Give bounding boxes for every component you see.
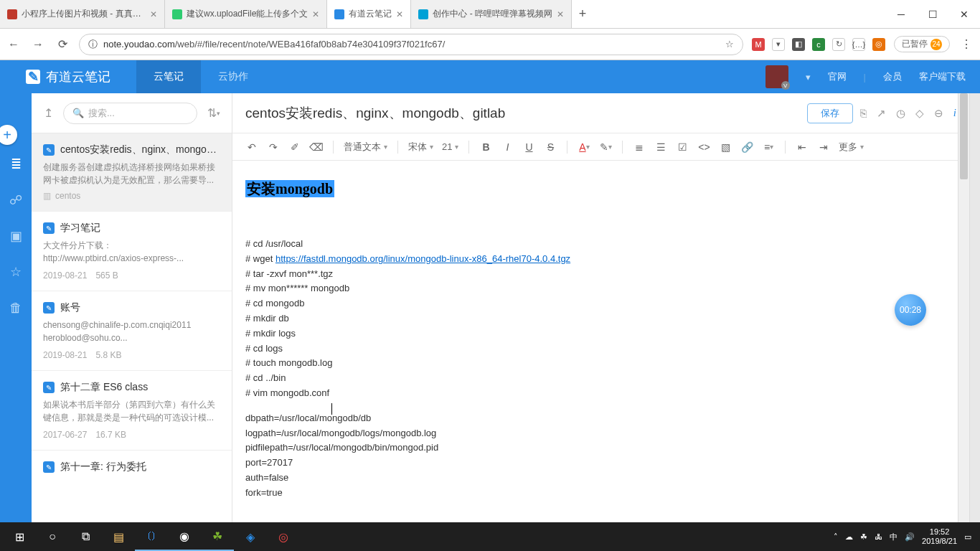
save-button[interactable]: 保存 [807, 103, 853, 123]
browser-tab-0[interactable]: 小程序上传图片和视频 - 真真的技 ✕ [0, 0, 165, 28]
font-family-select[interactable]: 宋体▾ [405, 141, 436, 154]
app-logo[interactable]: ✎ 有道云笔记 [0, 68, 136, 85]
tag-icon[interactable]: ◇ [915, 107, 924, 120]
outdent-button[interactable]: ⇤ [793, 138, 811, 156]
address-bar[interactable]: ⓘ note.youdao.com/web/#/file/recent/note… [79, 34, 743, 55]
tray-chevron-icon[interactable]: ˄ [834, 532, 838, 542]
reload-button[interactable]: ⟳ [55, 37, 70, 52]
link-button[interactable]: 🔗 [738, 138, 756, 156]
ext-icon[interactable]: ↻ [832, 38, 845, 51]
info-icon[interactable]: i [953, 107, 956, 120]
new-tab-button[interactable]: + [572, 0, 593, 28]
chrome-icon[interactable]: ◉ [168, 522, 201, 551]
cortana-icon[interactable]: ○ [36, 522, 69, 551]
close-button[interactable]: ✕ [948, 4, 980, 25]
browser-tab-2[interactable]: 有道云笔记 ✕ [327, 0, 411, 28]
note-item[interactable]: ✎ centos安装redis、nginx、mongodb... 创建服务器创建… [32, 133, 232, 212]
tab-cloud-collab[interactable]: 云协作 [201, 60, 265, 93]
editor-scrollbar[interactable] [958, 93, 969, 522]
close-icon[interactable]: ✕ [396, 9, 403, 19]
ext-icon[interactable]: M [752, 38, 765, 51]
browser-tab-1[interactable]: 建议wx.uploadFile能上传多个文 ✕ [165, 0, 327, 28]
link-download[interactable]: 客户端下载 [919, 70, 966, 83]
ext-icon[interactable]: c [812, 38, 825, 51]
clear-format-icon[interactable]: ⌫ [307, 138, 326, 156]
taskbar-clock[interactable]: 19:52 2019/8/21 [922, 527, 957, 546]
highlight-button[interactable]: ✎▾ [596, 138, 615, 156]
number-list-button[interactable]: ☰ [651, 138, 670, 156]
document-title[interactable]: centos安装redis、nginx、mongodb、gitlab [245, 104, 800, 123]
tray-volume-icon[interactable]: 🔊 [905, 532, 915, 542]
paused-badge[interactable]: 已暂停 24 [894, 36, 950, 52]
search-input[interactable]: 🔍 搜索... [63, 103, 197, 124]
bold-button[interactable]: B [476, 138, 495, 156]
copy-icon[interactable]: ⎘ [860, 107, 867, 120]
sort-button[interactable]: ⇅▾ [204, 105, 223, 121]
note-item[interactable]: ✎第十一章: 行为委托 [32, 451, 232, 488]
maximize-button[interactable]: ☐ [917, 4, 948, 25]
ext-icon[interactable]: ◧ [792, 38, 805, 51]
share-icon[interactable]: ↗ [877, 107, 886, 120]
app-icon[interactable]: ◎ [267, 522, 300, 551]
download-link[interactable]: https://fastdl.mongodb.org/linux/mongodb… [275, 253, 570, 264]
scrollbar-thumb[interactable] [960, 93, 968, 179]
tray-ime-icon[interactable]: 中 [890, 532, 897, 542]
page-scrollbar[interactable] [970, 93, 980, 522]
browser-menu-button[interactable]: ⋮ [958, 37, 974, 52]
rail-trash-icon[interactable]: 🗑 [8, 300, 24, 316]
rail-layers-icon[interactable]: ≣ [8, 156, 24, 172]
rail-star-icon[interactable]: ☆ [8, 264, 24, 280]
more-icon[interactable]: ⊖ [934, 107, 943, 120]
back-button[interactable]: ← [6, 37, 22, 52]
note-item[interactable]: ✎第十二章 ES6 class 如果说本书后半部分（第四到六章）有什么关键信息，… [32, 371, 232, 451]
close-icon[interactable]: ✕ [150, 9, 157, 19]
ext-icon[interactable]: ◎ [872, 38, 885, 51]
close-icon[interactable]: ✕ [312, 9, 319, 19]
align-button[interactable]: ≡▾ [759, 138, 778, 156]
wechat-icon[interactable]: ☘ [201, 522, 234, 551]
checklist-button[interactable]: ☑ [673, 138, 692, 156]
font-color-button[interactable]: A▾ [575, 138, 593, 156]
history-icon[interactable]: ◷ [896, 107, 905, 120]
ext-icon[interactable]: ▾ [772, 38, 785, 51]
font-size-select[interactable]: 21▾ [439, 141, 461, 152]
tray-network-icon[interactable]: 🖧 [875, 532, 882, 541]
note-item[interactable]: ✎学习笔记 大文件分片下载： http://www.ptbird.cn/axio… [32, 212, 232, 291]
undo-button[interactable]: ↶ [242, 138, 261, 156]
add-note-button[interactable]: + [0, 125, 17, 145]
link-vip[interactable]: 会员 [883, 70, 902, 83]
tray-cloud-icon[interactable]: ☁ [845, 532, 853, 542]
avatar[interactable]: V [765, 65, 788, 88]
code-button[interactable]: <> [694, 138, 713, 156]
strike-button[interactable]: S [541, 138, 560, 156]
start-button[interactable]: ⊞ [3, 522, 36, 551]
forward-button[interactable]: → [30, 37, 46, 52]
paragraph-style-select[interactable]: 普通文本▾ [341, 141, 390, 154]
vm-icon[interactable]: ◈ [234, 522, 267, 551]
avatar-dropdown-icon[interactable]: ▾ [806, 72, 811, 83]
vscode-icon[interactable]: ⟮⟯ [135, 522, 168, 551]
site-info-icon[interactable]: ⓘ [88, 38, 98, 51]
bullet-list-button[interactable]: ≣ [630, 138, 649, 156]
tray-wechat-icon[interactable]: ☘ [860, 532, 867, 542]
image-button[interactable]: ▧ [716, 138, 735, 156]
ext-icon[interactable]: {…} [852, 38, 865, 51]
explorer-icon[interactable]: ▤ [102, 522, 135, 551]
italic-button[interactable]: I [498, 138, 517, 156]
redo-button[interactable]: ↷ [264, 138, 283, 156]
browser-tab-3[interactable]: 创作中心 - 哔哩哔哩弹幕视频网 ✕ [411, 0, 572, 28]
minimize-button[interactable]: ─ [885, 4, 917, 25]
star-icon[interactable]: ☆ [725, 39, 734, 50]
indent-button[interactable]: ⇥ [814, 138, 833, 156]
editor-content[interactable]: 安装mongodb # cd /usr/local # wget https:/… [232, 161, 969, 522]
recording-timer-badge[interactable]: 00:28 [895, 294, 926, 326]
format-paint-icon[interactable]: ✐ [286, 138, 304, 156]
task-view-icon[interactable]: ⧉ [69, 522, 102, 551]
close-icon[interactable]: ✕ [557, 9, 564, 19]
note-list[interactable]: ✎ centos安装redis、nginx、mongodb... 创建服务器创建… [32, 133, 232, 522]
underline-button[interactable]: U [519, 138, 538, 156]
up-level-icon[interactable]: ↥ [40, 105, 56, 121]
rail-share-icon[interactable]: ☍ [8, 192, 24, 208]
tab-cloud-notes[interactable]: 云笔记 [136, 60, 201, 93]
rail-files-icon[interactable]: ▣ [8, 228, 24, 244]
